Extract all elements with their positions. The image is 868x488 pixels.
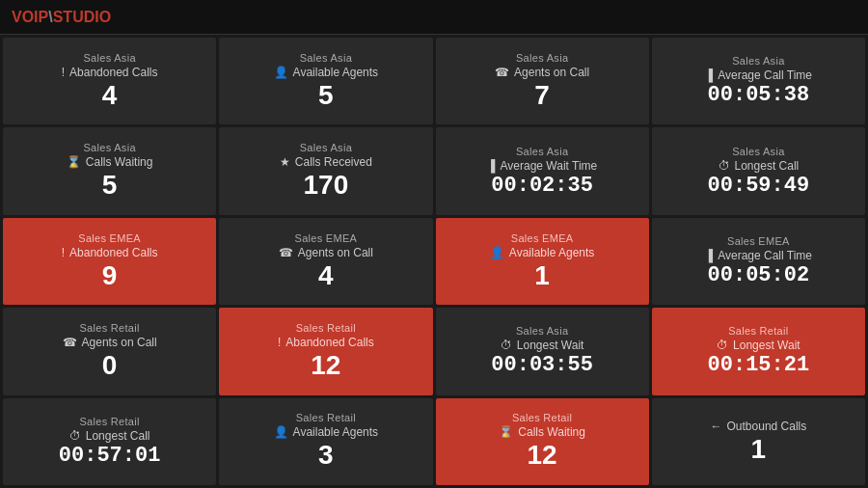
- tile-15: Sales Retail⏱Longest Wait00:15:21: [652, 308, 865, 394]
- tile-label-2: Agents on Call: [514, 66, 589, 79]
- tile-label-18: Calls Waiting: [518, 425, 585, 439]
- tile-region-2: Sales Asia: [516, 52, 568, 64]
- tile-19: ←Outbound Calls1: [652, 398, 865, 485]
- tile-16: Sales Retail⏱Longest Call00:57:01: [3, 398, 216, 485]
- dashboard-grid: Sales Asia!Abandoned Calls4Sales Asia👤Av…: [0, 35, 868, 488]
- tile-region-3: Sales Asia: [732, 55, 784, 67]
- tile-value-1: 5: [318, 81, 334, 111]
- tile-value-19: 1: [751, 435, 767, 465]
- tile-region-16: Sales Retail: [79, 416, 139, 427]
- tile-value-16: 00:57:01: [59, 445, 161, 468]
- tile-17: Sales Retail👤Available Agents3: [219, 398, 432, 485]
- tile-region-4: Sales Asia: [83, 142, 135, 153]
- tile-icon-19: ←: [711, 420, 722, 433]
- tile-8: Sales EMEA!Abandoned Calls9: [3, 218, 216, 305]
- tile-label-12: Agents on Call: [82, 336, 157, 349]
- tile-value-4: 5: [102, 171, 118, 201]
- tile-value-0: 4: [102, 81, 118, 111]
- tile-icon-17: 👤: [274, 425, 288, 439]
- tile-icon-2: ☎: [495, 66, 509, 79]
- tile-label-row-8: !Abandoned Calls: [62, 246, 158, 259]
- tile-icon-3: ▐: [705, 68, 714, 82]
- tile-label-row-18: ⌛Calls Waiting: [499, 425, 585, 439]
- tile-12: Sales Retail☎Agents on Call0: [3, 308, 216, 394]
- tile-label-row-17: 👤Available Agents: [274, 425, 379, 439]
- tile-label-13: Abandoned Calls: [285, 336, 373, 349]
- tile-label-row-19: ←Outbound Calls: [711, 420, 807, 433]
- tile-region-14: Sales Asia: [516, 325, 568, 337]
- tile-icon-8: !: [62, 246, 65, 259]
- tile-icon-6: ▐: [487, 159, 496, 173]
- tile-value-9: 4: [318, 261, 334, 291]
- tile-value-18: 12: [528, 441, 557, 471]
- tile-label-6: Average Wait Time: [501, 159, 598, 173]
- tile-value-2: 7: [534, 81, 550, 111]
- tile-icon-5: ★: [280, 155, 290, 169]
- tile-region-18: Sales Retail: [512, 412, 572, 423]
- tile-label-3: Average Call Time: [718, 68, 812, 82]
- tile-label-5: Calls Received: [295, 155, 372, 169]
- tile-label-4: Calls Waiting: [86, 155, 153, 169]
- tile-label-9: Agents on Call: [298, 246, 373, 259]
- tile-region-9: Sales EMEA: [295, 232, 358, 244]
- tile-icon-11: ▐: [705, 249, 714, 262]
- tile-icon-4: ⌛: [67, 155, 81, 169]
- tile-value-8: 9: [102, 261, 118, 291]
- app-header: VOIP\STUDIO: [0, 0, 868, 35]
- tile-label-row-15: ⏱Longest Wait: [717, 339, 800, 352]
- logo-voip: VOIP: [12, 9, 48, 25]
- tile-label-row-2: ☎Agents on Call: [495, 66, 589, 79]
- tile-3: Sales Asia▐Average Call Time00:05:38: [652, 38, 865, 124]
- tile-region-6: Sales Asia: [516, 146, 568, 157]
- tile-label-19: Outbound Calls: [727, 420, 807, 433]
- tile-value-3: 00:05:38: [708, 84, 810, 107]
- tile-4: Sales Asia⌛Calls Waiting5: [3, 127, 216, 214]
- tile-value-13: 12: [311, 351, 340, 381]
- tile-label-16: Longest Call: [86, 429, 150, 443]
- tile-icon-10: 👤: [490, 246, 504, 259]
- tile-label-row-3: ▐Average Call Time: [705, 68, 812, 82]
- tile-label-17: Available Agents: [293, 425, 379, 439]
- logo-studio: STUDIO: [53, 9, 111, 25]
- tile-icon-16: ⏱: [69, 429, 81, 443]
- tile-label-row-11: ▐Average Call Time: [705, 249, 812, 262]
- tile-13: Sales Retail!Abandoned Calls12: [219, 308, 432, 394]
- tile-region-7: Sales Asia: [732, 146, 784, 157]
- tile-icon-12: ☎: [63, 336, 77, 349]
- tile-label-row-10: 👤Available Agents: [490, 246, 595, 259]
- tile-value-5: 170: [304, 171, 349, 201]
- tile-region-10: Sales EMEA: [511, 232, 574, 244]
- tile-region-12: Sales Retail: [79, 322, 139, 334]
- tile-label-row-6: ▐Average Wait Time: [487, 159, 597, 173]
- tile-icon-9: ☎: [279, 246, 293, 259]
- tile-region-17: Sales Retail: [296, 412, 356, 423]
- tile-label-1: Available Agents: [293, 66, 379, 79]
- tile-label-row-12: ☎Agents on Call: [63, 336, 157, 349]
- tile-1: Sales Asia👤Available Agents5: [219, 38, 432, 124]
- tile-icon-1: 👤: [274, 66, 288, 79]
- tile-label-15: Longest Wait: [733, 339, 800, 352]
- tile-9: Sales EMEA☎Agents on Call4: [219, 218, 432, 305]
- tile-label-row-0: !Abandoned Calls: [62, 66, 158, 79]
- tile-7: Sales Asia⏱Longest Call00:59:49: [652, 127, 865, 214]
- tile-region-8: Sales EMEA: [78, 232, 141, 244]
- tile-label-row-4: ⌛Calls Waiting: [67, 155, 153, 169]
- tile-label-row-14: ⏱Longest Wait: [501, 339, 584, 352]
- tile-label-8: Abandoned Calls: [69, 246, 157, 259]
- tile-icon-14: ⏱: [501, 339, 512, 352]
- tile-value-7: 00:59:49: [708, 175, 810, 198]
- tile-label-0: Abandoned Calls: [69, 66, 157, 79]
- tile-region-1: Sales Asia: [300, 52, 352, 64]
- tile-label-row-7: ⏱Longest Call: [719, 159, 800, 173]
- tile-label-10: Available Agents: [509, 246, 595, 259]
- tile-region-13: Sales Retail: [296, 322, 356, 334]
- tile-6: Sales Asia▐Average Wait Time00:02:35: [436, 127, 649, 214]
- tile-label-7: Longest Call: [735, 159, 800, 173]
- tile-value-12: 0: [102, 351, 118, 381]
- tile-0: Sales Asia!Abandoned Calls4: [3, 38, 216, 124]
- app-logo: VOIP\STUDIO: [12, 9, 111, 26]
- tile-icon-15: ⏱: [717, 339, 728, 352]
- tile-value-17: 3: [318, 441, 334, 471]
- tile-value-10: 1: [534, 261, 550, 291]
- tile-value-6: 00:02:35: [491, 175, 593, 198]
